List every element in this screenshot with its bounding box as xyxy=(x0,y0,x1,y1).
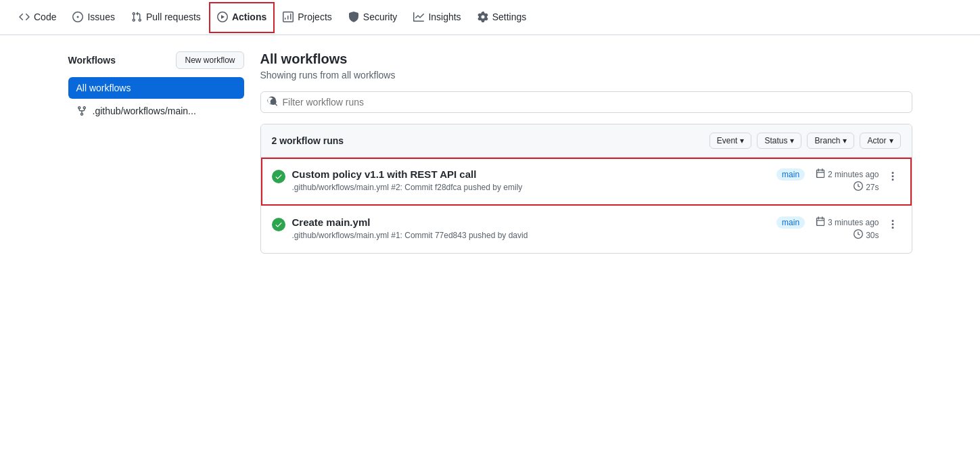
workflow-runs-container: 2 workflow runs Event ▾ Status ▾ Branch … xyxy=(260,124,912,254)
branch-chevron-icon: ▾ xyxy=(843,136,847,145)
run-2-more-button[interactable] xyxy=(885,216,901,233)
run-1-status xyxy=(272,170,285,183)
nav-label-pull-requests: Pull requests xyxy=(146,11,201,22)
actor-chevron-icon: ▾ xyxy=(889,136,893,145)
run-2-branch-badge[interactable]: main xyxy=(776,216,805,229)
event-chevron-icon: ▾ xyxy=(740,136,744,145)
branch-filter-label: Branch xyxy=(814,136,840,145)
filter-container xyxy=(260,91,912,113)
content-area: All workflows Showing runs from all work… xyxy=(260,51,912,254)
code-icon xyxy=(19,11,30,22)
nav-item-issues[interactable]: Issues xyxy=(64,2,122,33)
sidebar-item-main-workflow[interactable]: .github/workflows/main... xyxy=(68,100,244,122)
projects-icon xyxy=(283,11,294,22)
run-1-branch-badge[interactable]: main xyxy=(776,168,805,181)
actor-filter-button[interactable]: Actor ▾ xyxy=(860,133,900,149)
issues-icon xyxy=(72,11,83,22)
event-filter-button[interactable]: Event ▾ xyxy=(709,133,752,149)
run-2-meta: .github/workflows/main.yml #1: Commit 77… xyxy=(292,231,766,240)
actor-filter-label: Actor xyxy=(867,136,886,145)
nav-item-insights[interactable]: Insights xyxy=(405,2,469,33)
nav-item-settings[interactable]: Settings xyxy=(469,2,535,33)
top-nav: Code Issues Pull requests Actions Projec… xyxy=(0,0,980,35)
nav-item-security[interactable]: Security xyxy=(340,2,406,33)
new-workflow-button[interactable]: New workflow xyxy=(176,51,243,69)
workflow-file-icon xyxy=(76,106,87,116)
success-icon-1 xyxy=(272,170,285,183)
run-2-info: Create main.yml .github/workflows/main.y… xyxy=(292,216,766,240)
sidebar-title: Workflows xyxy=(68,55,116,66)
sidebar-header: Workflows New workflow xyxy=(68,51,244,69)
status-chevron-icon: ▾ xyxy=(790,136,794,145)
runs-header: 2 workflow runs Event ▾ Status ▾ Branch … xyxy=(261,124,912,158)
filter-workflow-runs-input[interactable] xyxy=(260,91,912,113)
run-1-meta: .github/workflows/main.yml #2: Commit f2… xyxy=(292,183,766,192)
settings-icon xyxy=(477,11,488,22)
sidebar: Workflows New workflow All workflows .gi… xyxy=(68,51,244,254)
run-1-time-ago: 2 minutes ago xyxy=(828,170,879,179)
actions-icon xyxy=(217,11,228,22)
nav-item-actions[interactable]: Actions xyxy=(209,2,275,33)
workflow-run-2: Create main.yml .github/workflows/main.y… xyxy=(261,206,912,253)
nav-item-projects[interactable]: Projects xyxy=(275,2,340,33)
run-2-timing: 3 minutes ago 30s xyxy=(816,216,879,242)
calendar-icon-2 xyxy=(816,216,825,228)
run-2-title[interactable]: Create main.yml xyxy=(292,216,766,228)
security-icon xyxy=(348,11,359,22)
content-subtitle: Showing runs from all workflows xyxy=(260,70,912,80)
run-2-duration: 30s xyxy=(866,231,879,240)
calendar-icon-1 xyxy=(816,168,825,180)
nav-item-pull-requests[interactable]: Pull requests xyxy=(123,2,209,33)
nav-item-code[interactable]: Code xyxy=(11,2,64,33)
run-1-title[interactable]: Custom policy v1.1 with REST API call xyxy=(292,168,766,180)
sidebar-item-all-workflows[interactable]: All workflows xyxy=(68,77,244,99)
run-1-info: Custom policy v1.1 with REST API call .g… xyxy=(292,168,766,192)
nav-label-security: Security xyxy=(363,11,398,22)
main-workflow-label: .github/workflows/main... xyxy=(93,106,196,116)
clock-icon-1 xyxy=(854,181,863,193)
nav-label-code: Code xyxy=(34,11,56,22)
content-title: All workflows xyxy=(260,51,912,67)
run-2-status xyxy=(272,218,285,231)
run-1-time-ago-row: 2 minutes ago xyxy=(816,168,879,180)
pull-requests-icon xyxy=(131,11,142,22)
nav-label-insights: Insights xyxy=(428,11,461,22)
run-1-timing: 2 minutes ago 27s xyxy=(816,168,879,194)
search-icon xyxy=(267,96,278,109)
run-1-duration: 27s xyxy=(866,183,879,192)
clock-icon-2 xyxy=(854,229,863,241)
runs-count: 2 workflow runs xyxy=(272,135,709,146)
run-1-duration-row: 27s xyxy=(816,181,879,193)
insights-icon xyxy=(413,11,424,22)
run-1-more-button[interactable] xyxy=(885,168,901,185)
status-filter-label: Status xyxy=(764,136,787,145)
main-layout: Workflows New workflow All workflows .gi… xyxy=(57,35,923,270)
nav-label-settings: Settings xyxy=(492,11,527,22)
run-2-duration-row: 30s xyxy=(816,229,879,241)
nav-label-projects: Projects xyxy=(298,11,332,22)
branch-filter-button[interactable]: Branch ▾ xyxy=(807,133,854,149)
success-icon-2 xyxy=(272,218,285,231)
status-filter-button[interactable]: Status ▾ xyxy=(757,133,801,149)
run-2-time-ago: 3 minutes ago xyxy=(828,218,879,227)
nav-label-issues: Issues xyxy=(87,11,114,22)
event-filter-label: Event xyxy=(717,136,738,145)
runs-filters: Event ▾ Status ▾ Branch ▾ Actor ▾ xyxy=(709,133,901,149)
nav-label-actions: Actions xyxy=(232,11,266,22)
workflow-run-1: Custom policy v1.1 with REST API call .g… xyxy=(261,158,912,206)
run-2-branch-area: main xyxy=(776,216,805,229)
all-workflows-label: All workflows xyxy=(76,83,131,93)
run-2-time-ago-row: 3 minutes ago xyxy=(816,216,879,228)
run-1-branch-area: main xyxy=(776,168,805,181)
